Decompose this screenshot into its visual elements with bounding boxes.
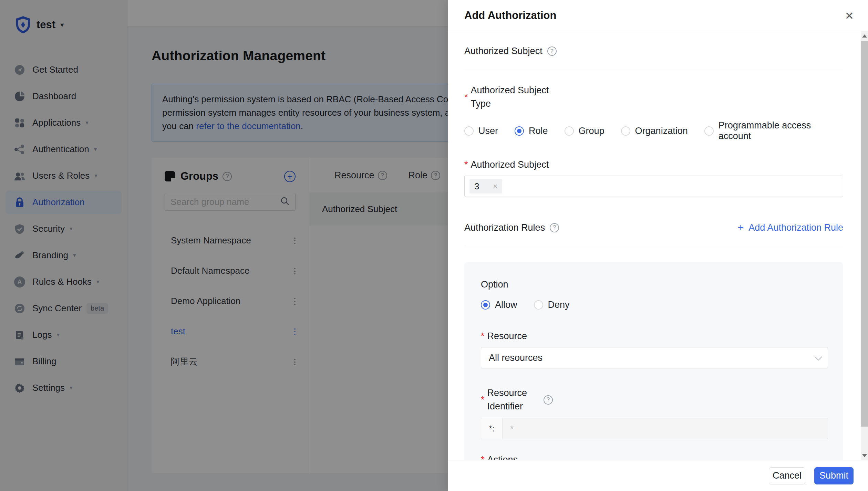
help-icon[interactable]: ? bbox=[547, 46, 557, 56]
authorized-subject-select[interactable]: 3 × bbox=[464, 176, 843, 197]
required-asterisk: * bbox=[481, 455, 485, 460]
identifier-input[interactable] bbox=[503, 418, 828, 439]
authorized-subject-label: * Authorized Subject bbox=[464, 159, 843, 170]
radio-icon bbox=[565, 126, 574, 136]
scrollbar-thumb[interactable] bbox=[861, 41, 868, 427]
option-radio-group: Allow Deny bbox=[481, 300, 827, 310]
add-rule-label: Add Authorization Rule bbox=[748, 222, 843, 233]
rules-title: Authorization Rules ? bbox=[464, 222, 559, 233]
subject-type-radio-group: User Role Group Organization Programmabl… bbox=[464, 120, 843, 142]
required-asterisk: * bbox=[481, 395, 485, 405]
radio-role[interactable]: Role bbox=[515, 126, 548, 136]
section-title: Authorized Subject bbox=[464, 46, 542, 56]
section-authorized-subject: Authorized Subject ? bbox=[464, 46, 843, 56]
tag-value: 3 bbox=[474, 181, 479, 192]
drawer-header: Add Authorization bbox=[448, 0, 868, 31]
drawer-scrollbar[interactable] bbox=[861, 31, 868, 460]
radio-deny[interactable]: Deny bbox=[534, 300, 570, 310]
radio-icon bbox=[621, 126, 630, 136]
scroll-up-icon[interactable] bbox=[861, 31, 868, 40]
chevron-down-icon bbox=[815, 353, 823, 361]
radio-organization[interactable]: Organization bbox=[621, 126, 688, 136]
actions-label: * Actions bbox=[481, 455, 827, 460]
authorization-rules-header: Authorization Rules ? + Add Authorizatio… bbox=[464, 222, 843, 233]
resource-select[interactable]: All resources bbox=[481, 347, 828, 368]
option-label: Option bbox=[481, 279, 827, 290]
radio-icon bbox=[534, 300, 543, 310]
divider bbox=[464, 69, 843, 69]
resource-identifier-input-group: *: bbox=[481, 418, 828, 439]
radio-label: Organization bbox=[635, 126, 688, 136]
radio-label: Group bbox=[579, 126, 604, 136]
label-text: Authorized Subject bbox=[471, 159, 549, 170]
radio-user[interactable]: User bbox=[464, 126, 498, 136]
radio-icon bbox=[481, 300, 490, 310]
radio-programmable-access-account[interactable]: Programmable access account bbox=[704, 120, 843, 142]
radio-label: Role bbox=[529, 126, 548, 136]
close-icon[interactable]: ✕ bbox=[843, 9, 856, 23]
add-authorization-rule-button[interactable]: + Add Authorization Rule bbox=[738, 222, 843, 233]
radio-icon bbox=[704, 126, 714, 136]
divider bbox=[464, 246, 843, 246]
subject-tag: 3 × bbox=[469, 179, 502, 194]
resource-label: * Resource bbox=[481, 331, 827, 342]
drawer-title: Add Authorization bbox=[464, 9, 556, 22]
radio-label: Deny bbox=[548, 300, 570, 310]
submit-button[interactable]: Submit bbox=[814, 467, 854, 484]
radio-allow[interactable]: Allow bbox=[481, 300, 517, 310]
label-text: ResourceIdentifier bbox=[487, 386, 527, 413]
radio-label: User bbox=[478, 126, 498, 136]
cancel-button[interactable]: Cancel bbox=[769, 467, 805, 484]
label-text: Resource bbox=[487, 331, 527, 342]
radio-label: Allow bbox=[495, 300, 517, 310]
required-asterisk: * bbox=[464, 159, 468, 170]
rule-card: Option Allow Deny * Resource All resourc… bbox=[464, 262, 843, 460]
drawer-body: Authorized Subject ? * Authorized Subjec… bbox=[448, 31, 860, 460]
subject-type-label: * Authorized SubjectType bbox=[464, 84, 575, 111]
radio-group[interactable]: Group bbox=[565, 126, 604, 136]
radio-icon bbox=[515, 126, 524, 136]
radio-icon bbox=[464, 126, 474, 136]
scroll-down-icon[interactable] bbox=[861, 451, 868, 460]
help-icon[interactable]: ? bbox=[544, 395, 553, 405]
help-icon[interactable]: ? bbox=[550, 223, 559, 232]
identifier-prefix: *: bbox=[481, 418, 503, 439]
resource-identifier-label: * ResourceIdentifier ? bbox=[481, 386, 595, 413]
radio-label: Programmable access account bbox=[719, 120, 843, 142]
plus-icon: + bbox=[738, 222, 744, 233]
label-text: Authorized SubjectType bbox=[471, 84, 549, 111]
select-value: All resources bbox=[489, 353, 542, 363]
tag-remove-icon[interactable]: × bbox=[493, 182, 497, 191]
add-authorization-drawer: Add Authorization ✕ Authorized Subject ?… bbox=[448, 0, 868, 491]
required-asterisk: * bbox=[464, 92, 468, 103]
required-asterisk: * bbox=[481, 331, 485, 342]
label-text: Actions bbox=[487, 455, 518, 460]
drawer-footer: Cancel Submit bbox=[448, 460, 868, 491]
